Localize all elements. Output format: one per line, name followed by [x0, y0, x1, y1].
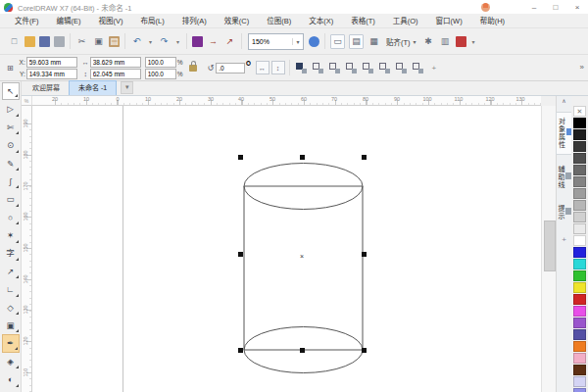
selection-handle[interactable] — [300, 348, 305, 353]
color-swatch[interactable] — [573, 165, 586, 175]
menu-item-bitmaps[interactable]: 位图(B) — [258, 14, 300, 28]
smart-fill-tool[interactable]: ◐ — [2, 370, 20, 388]
paste-icon[interactable]: ▤ — [109, 36, 120, 47]
docker-tab-object-properties[interactable]: 对象属性 — [556, 112, 573, 155]
menu-item-text[interactable]: 文本(X) — [300, 14, 342, 28]
color-swatch[interactable] — [573, 141, 586, 152]
menu-item-help[interactable]: 帮助(H) — [471, 14, 514, 28]
crop-tool[interactable]: ✄ — [2, 119, 20, 136]
freehand-tool[interactable]: ✎ — [2, 155, 20, 172]
menu-item-effects[interactable]: 效果(C) — [216, 14, 258, 28]
color-swatch[interactable] — [573, 118, 586, 128]
more-options-chevron[interactable]: » — [580, 63, 584, 72]
pick-tool[interactable]: ↖ — [2, 82, 20, 100]
maximize-button[interactable]: □ — [545, 1, 566, 14]
customize-icon[interactable]: ▥ — [439, 35, 452, 48]
cylinder-drawing[interactable] — [32, 106, 541, 392]
text-tool[interactable]: 字 — [2, 245, 20, 263]
lock-ratio-icon[interactable] — [189, 65, 197, 72]
basic-shapes-tool[interactable]: ◇ — [2, 299, 20, 317]
color-eyedropper-tool[interactable]: ✒ — [2, 334, 20, 352]
zoom-level-input[interactable] — [249, 38, 292, 45]
user-account-icon[interactable] — [481, 3, 490, 12]
color-swatch[interactable] — [573, 235, 586, 246]
menu-item-arrange[interactable]: 排列(A) — [173, 14, 216, 28]
selection-handle[interactable] — [300, 155, 305, 160]
zoom-tool[interactable]: ⊙ — [2, 136, 20, 154]
minimize-button[interactable]: – — [523, 1, 545, 14]
whats-new-dropdown-icon[interactable]: ▾ — [470, 35, 477, 48]
convert-to-curves-icon[interactable] — [296, 63, 307, 74]
menu-item-table[interactable]: 表格(T) — [342, 14, 384, 28]
selection-handle[interactable] — [362, 155, 367, 160]
drawing-canvas[interactable]: × — [32, 106, 541, 392]
menu-item-window[interactable]: 窗口(W) — [427, 14, 471, 28]
drop-shadow-tool[interactable]: ▣ — [2, 317, 20, 334]
selection-center-mark[interactable]: × — [300, 253, 304, 260]
scale-h-field[interactable] — [145, 57, 176, 68]
color-swatch[interactable] — [573, 376, 586, 387]
interactive-fill-tool[interactable]: ◈ — [2, 353, 20, 370]
dimension-tool[interactable]: ↗ — [2, 263, 20, 280]
selection-handle[interactable] — [362, 348, 367, 353]
new-document-icon[interactable]: □ — [8, 35, 21, 48]
color-swatch[interactable] — [573, 365, 586, 375]
color-swatch[interactable] — [573, 353, 586, 364]
combine-icon[interactable] — [313, 63, 323, 74]
connector-tool[interactable]: ∟ — [2, 280, 20, 298]
redo-dropdown-icon[interactable]: ▾ — [174, 35, 181, 48]
color-swatch[interactable] — [573, 341, 586, 352]
docker-tab-hints[interactable]: 提示 — [556, 200, 572, 225]
zoom-level-combo[interactable]: ▾ — [248, 33, 304, 50]
save-icon[interactable] — [39, 36, 50, 47]
to-back-icon[interactable] — [379, 63, 390, 74]
color-swatch[interactable] — [573, 259, 586, 270]
tab-menu-button[interactable]: ▾ — [121, 81, 133, 94]
fullscreen-preview-icon[interactable]: ▭ — [330, 34, 345, 49]
menu-item-file[interactable]: 文件(F) — [6, 14, 48, 28]
color-swatch[interactable] — [573, 282, 586, 293]
menu-item-tools[interactable]: 工具(O) — [384, 14, 427, 28]
back-one-icon[interactable] — [413, 63, 423, 74]
color-swatch[interactable] — [573, 200, 586, 211]
selection-handle[interactable] — [238, 252, 243, 257]
add-property-icon[interactable]: + — [432, 64, 437, 73]
tab-welcome[interactable]: 欢迎屏幕 — [24, 81, 69, 95]
color-swatch[interactable] — [573, 329, 586, 340]
canvas-vscrollbar[interactable] — [541, 106, 556, 392]
rotation-angle-field[interactable] — [216, 63, 245, 74]
docker-add-icon[interactable]: + — [562, 235, 566, 244]
undo-dropdown-icon[interactable]: ▾ — [147, 35, 154, 48]
menu-item-edit[interactable]: 编辑(E) — [48, 14, 90, 28]
position-widget-icon[interactable]: ⊞ — [7, 64, 14, 73]
redo-icon[interactable]: ↷ — [158, 35, 171, 48]
export-icon[interactable]: ↗ — [223, 35, 236, 48]
polygon-tool[interactable]: ✶ — [2, 226, 20, 244]
to-front-icon[interactable] — [363, 63, 373, 74]
no-fill-swatch[interactable]: ✕ — [573, 106, 586, 117]
ellipse-tool[interactable]: ○ — [2, 209, 20, 226]
selection-handle[interactable] — [362, 252, 367, 257]
docker-tab-guidelines[interactable]: 辅助线 — [556, 161, 572, 194]
whats-new-icon[interactable] — [456, 36, 466, 47]
object-width-field[interactable] — [90, 57, 141, 68]
color-swatch[interactable] — [573, 247, 586, 258]
color-swatch[interactable] — [573, 388, 586, 392]
show-grid-icon[interactable]: ▦ — [368, 35, 380, 48]
import-icon[interactable]: → — [207, 35, 220, 48]
undo-icon[interactable]: ↶ — [130, 35, 143, 48]
menu-item-layout[interactable]: 布局(L) — [132, 14, 173, 28]
color-swatch[interactable] — [573, 270, 586, 281]
color-swatch[interactable] — [573, 129, 586, 140]
zoom-dropdown-icon[interactable]: ▾ — [292, 38, 303, 45]
vscrollbar-thumb[interactable] — [544, 220, 556, 271]
artistic-media-tool[interactable]: ∫ — [2, 172, 20, 190]
mirror-horizontal-button[interactable]: ↔ — [256, 61, 270, 74]
menu-item-view[interactable]: 视图(V) — [90, 14, 132, 28]
forward-one-icon[interactable] — [396, 63, 407, 74]
color-swatch[interactable] — [573, 176, 586, 187]
search-content-icon[interactable] — [192, 36, 203, 47]
y-position-field[interactable] — [26, 69, 77, 79]
x-position-field[interactable] — [26, 57, 77, 68]
options-icon[interactable]: ✱ — [422, 35, 435, 48]
